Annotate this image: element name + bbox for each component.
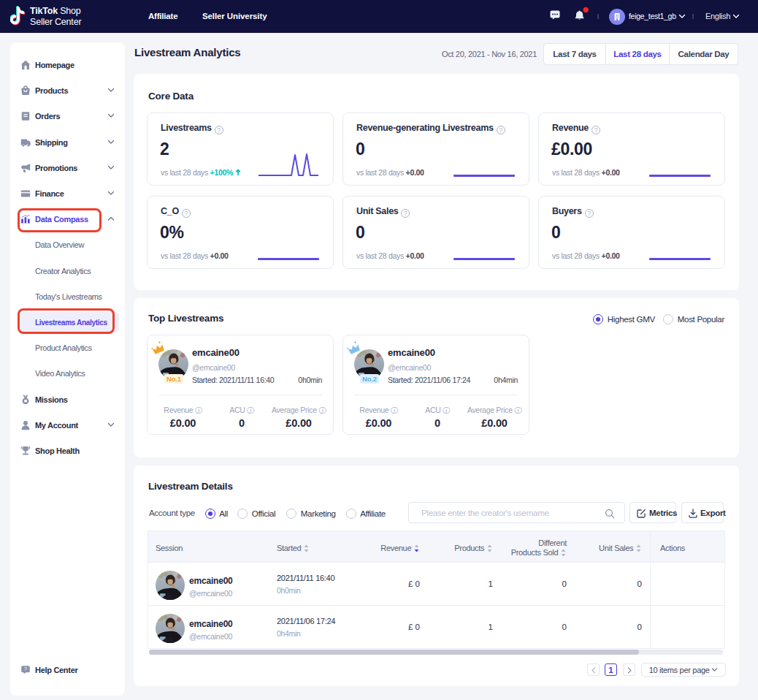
svg-text:?: ?	[24, 666, 27, 672]
